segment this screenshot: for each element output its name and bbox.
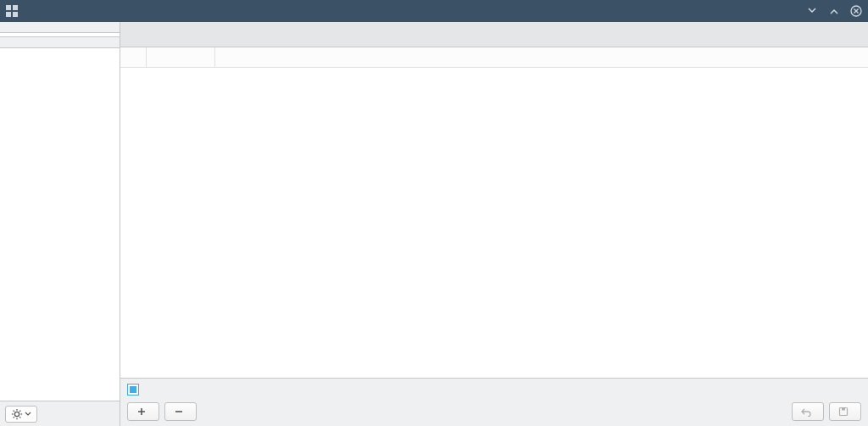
plus-icon [136, 407, 147, 417]
chevron-down-icon [25, 411, 31, 418]
col-header-tag[interactable] [146, 47, 215, 67]
svg-rect-2 [6, 12, 11, 17]
svg-rect-3 [13, 12, 18, 17]
settings-button[interactable] [5, 406, 37, 423]
reset-button[interactable] [792, 402, 824, 421]
remove-button[interactable] [164, 402, 197, 421]
tracks-list[interactable] [0, 47, 120, 401]
tag-table[interactable] [120, 68, 868, 378]
tabs [120, 22, 868, 47]
save-icon [838, 407, 849, 417]
gear-icon [11, 408, 23, 420]
titlebar [0, 0, 868, 22]
folders-header [0, 22, 120, 32]
tag-table-header [120, 47, 868, 68]
svg-line-11 [19, 417, 20, 418]
svg-line-10 [14, 410, 14, 411]
minus-icon [174, 407, 184, 417]
app-icon [5, 4, 19, 18]
svg-rect-15 [842, 408, 845, 411]
svg-point-5 [14, 412, 19, 416]
save-button[interactable] [829, 402, 861, 421]
close-icon[interactable] [849, 4, 863, 18]
svg-line-13 [19, 410, 20, 411]
show-program-tags-checkbox[interactable] [127, 384, 139, 396]
minimize-icon[interactable] [805, 4, 819, 18]
svg-rect-0 [6, 5, 11, 10]
maximize-icon[interactable] [827, 4, 841, 18]
svg-line-12 [14, 417, 14, 418]
undo-icon [801, 407, 811, 417]
tracks-header [0, 37, 120, 47]
svg-rect-1 [13, 5, 18, 10]
add-button[interactable] [127, 402, 159, 421]
